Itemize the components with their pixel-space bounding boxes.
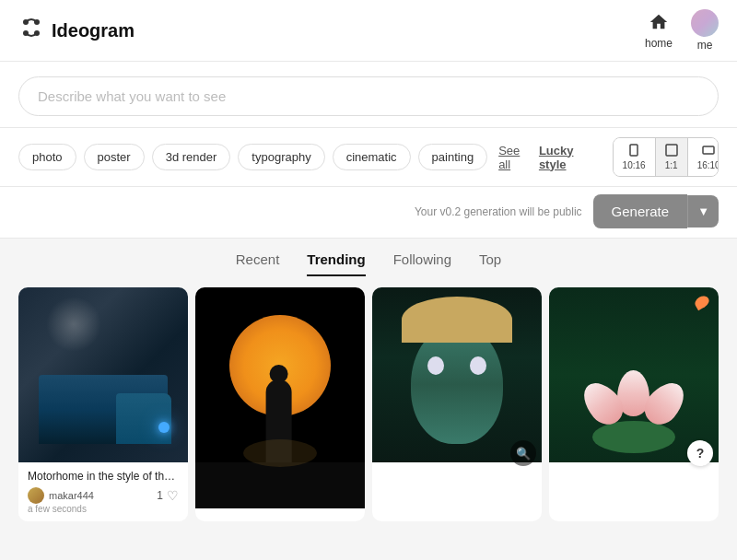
generate-row: Your v0.2 generation will be public Gene… <box>0 187 737 239</box>
generate-button[interactable]: Generate <box>593 194 688 228</box>
question-icon: ? <box>696 446 705 461</box>
question-overlay[interactable]: ? <box>687 440 713 466</box>
tab-following[interactable]: Following <box>393 251 451 276</box>
tag-3d-render[interactable]: 3d render <box>152 144 231 170</box>
tab-recent[interactable]: Recent <box>236 251 280 276</box>
nav-me[interactable]: me <box>691 9 719 52</box>
tag-painting[interactable]: painting <box>418 144 488 170</box>
card-motorhome-info: Motorhome in the style of the... makar44… <box>18 462 188 521</box>
username-makar444: makar444 <box>49 490 94 501</box>
ratio-16-10-button[interactable]: 16:10 <box>688 138 719 176</box>
ratio-10-16-button[interactable]: 10:16 <box>614 138 656 176</box>
card-motorhome[interactable]: Motorhome in the style of the... makar44… <box>18 287 188 521</box>
tag-poster[interactable]: poster <box>84 144 145 170</box>
ratio-1-1-icon <box>665 144 678 158</box>
ratio-16-10-icon <box>702 144 715 158</box>
ratio-buttons: 10:16 1:1 16:10 <box>613 137 719 177</box>
generate-dropdown-button[interactable]: ▼ <box>687 195 719 228</box>
lucky-style-link[interactable]: Lucky style <box>539 144 598 171</box>
card-lotus[interactable]: ? <box>549 287 719 521</box>
see-all-link[interactable]: See all <box>498 144 532 171</box>
card-motorhome-likes: 1 ♡ <box>157 488 179 503</box>
tab-top[interactable]: Top <box>479 251 501 276</box>
app-name: Ideogram <box>52 20 135 41</box>
home-icon <box>649 12 669 35</box>
chevron-down-icon: ▼ <box>697 204 709 218</box>
nav-icons: home me <box>645 9 719 52</box>
likes-count-motorhome: 1 <box>157 489 163 502</box>
home-label: home <box>645 37 673 50</box>
tag-cinematic[interactable]: cinematic <box>333 144 411 170</box>
ratio-10-16-label: 10:16 <box>623 160 646 170</box>
card-lotus-image <box>549 287 719 462</box>
tabs-row: Recent Trending Following Top <box>0 239 737 276</box>
avatar <box>691 9 719 37</box>
ratio-1-1-label: 1:1 <box>665 160 678 170</box>
tags-row: photo poster 3d render typography cinema… <box>0 128 737 187</box>
nav-home[interactable]: home <box>645 12 673 50</box>
logo-icon <box>18 15 44 46</box>
header: Ideogram home me <box>0 0 737 62</box>
card-motorhome-title: Motorhome in the style of the... <box>28 470 179 483</box>
card-motorhome-image <box>18 287 188 462</box>
ratio-1-1-button[interactable]: 1:1 <box>656 138 688 176</box>
logo[interactable]: Ideogram <box>18 15 135 46</box>
search-input[interactable] <box>18 76 719 116</box>
tag-typography[interactable]: typography <box>238 144 324 170</box>
card-silhouette[interactable] <box>195 287 365 521</box>
version-note: Your v0.2 generation will be public <box>415 205 582 218</box>
ratio-10-16-icon <box>627 144 640 158</box>
tab-trending[interactable]: Trending <box>307 251 365 276</box>
card-zombie[interactable]: 🔍 <box>372 287 542 521</box>
ratio-16-10-label: 16:10 <box>697 160 719 170</box>
image-grid: Motorhome in the style of the... makar44… <box>0 276 737 532</box>
search-area <box>0 62 737 128</box>
me-label: me <box>697 39 713 52</box>
svg-rect-6 <box>703 146 714 154</box>
tag-photo[interactable]: photo <box>18 144 76 170</box>
svg-rect-4 <box>630 145 638 156</box>
card-motorhome-user: makar444 <box>28 487 94 504</box>
svg-rect-5 <box>666 145 677 156</box>
card-silhouette-image <box>195 287 365 508</box>
magnify-overlay[interactable]: 🔍 <box>510 440 536 466</box>
card-zombie-image <box>372 287 542 462</box>
card-motorhome-meta: makar444 1 ♡ <box>28 487 179 504</box>
user-avatar-makar444 <box>28 487 44 504</box>
card-motorhome-time: a few seconds <box>28 504 179 514</box>
magnify-icon: 🔍 <box>516 447 531 461</box>
heart-icon[interactable]: ♡ <box>167 488 179 503</box>
